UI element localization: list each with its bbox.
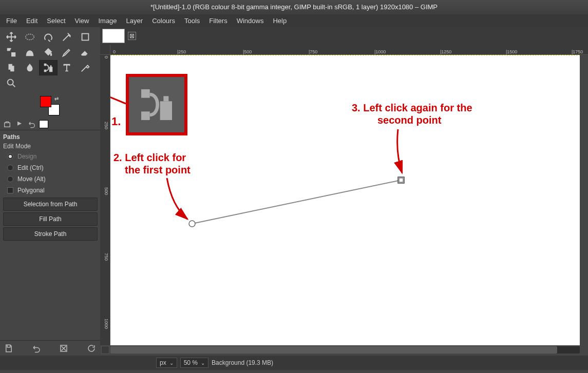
dock-tabs (0, 119, 100, 130)
vertical-ruler[interactable]: 02505007501000 (100, 55, 110, 345)
zoom-selector[interactable]: 50 %⌄ (180, 358, 208, 368)
svg-point-6 (8, 80, 13, 85)
menu-bar: File Edit Select View Image Layer Colour… (0, 14, 588, 27)
delete-options-icon[interactable] (59, 344, 68, 353)
radio-edit[interactable]: Edit (Ctrl) (3, 162, 97, 173)
canvas-area: ⊠ 0|250|500|750|1000|1250|1500|1750 0250… (100, 27, 588, 356)
annotation-arrow-2 (162, 175, 203, 227)
annotation-arrow-3 (393, 127, 413, 178)
annotation-step3-line1: 3. Left click again for the (352, 102, 472, 114)
smudge-tool-icon[interactable] (21, 60, 39, 75)
paths-tool-icon[interactable] (39, 60, 58, 75)
annotation-step1: 1. (111, 115, 121, 128)
quick-nav-icon[interactable] (101, 346, 109, 354)
ellipse-select-tool-icon[interactable] (21, 29, 39, 45)
image-tab-thumbnail[interactable] (102, 29, 125, 43)
menu-colours[interactable]: Colours (148, 15, 179, 26)
annotation-step2-line1: 2. Left click for (113, 152, 186, 164)
device-status-tab-icon[interactable] (14, 120, 25, 129)
svg-rect-2 (44, 64, 47, 66)
stroke-path-button[interactable]: Stroke Path (3, 227, 98, 241)
horizontal-ruler[interactable]: 0|250|500|750|1000|1250|1500|1750 (110, 45, 588, 55)
status-layer-info: Background (19.3 MB) (212, 359, 273, 366)
menu-windows[interactable]: Windows (233, 15, 268, 26)
menu-view[interactable]: View (71, 15, 93, 26)
annotation-tool-highlight (126, 74, 187, 135)
svg-rect-7 (5, 123, 10, 127)
annotation-arrow-1 (110, 75, 131, 106)
status-bar: px⌄ 50 %⌄ Background (19.3 MB) (0, 356, 588, 370)
fg-color-swatch[interactable] (40, 96, 51, 107)
tool-options-title: Paths (3, 132, 97, 142)
check-polygonal[interactable]: Polygonal (3, 185, 97, 196)
menu-edit[interactable]: Edit (22, 15, 42, 26)
svg-rect-11 (141, 89, 150, 98)
color-area: ⇄ (0, 93, 100, 119)
rotate-tool-icon[interactable] (2, 45, 21, 60)
menu-image[interactable]: Image (94, 15, 121, 26)
image-tabs: ⊠ (100, 27, 588, 45)
move-tool-icon[interactable] (2, 29, 21, 45)
menu-layer[interactable]: Layer (122, 15, 147, 26)
horizontal-scrollbar[interactable] (110, 346, 580, 354)
tool-options-panel: Paths Edit Mode Design Edit (Ctrl) Move … (0, 130, 100, 340)
svg-rect-4 (49, 67, 52, 72)
free-select-tool-icon[interactable] (39, 29, 58, 45)
crop-tool-icon[interactable] (76, 29, 94, 45)
swap-colors-icon[interactable]: ⇄ (54, 96, 59, 102)
canvas-viewport[interactable]: 1. 2. Left click for the first point 3. … (110, 55, 580, 345)
svg-rect-13 (160, 101, 172, 120)
menu-file[interactable]: File (2, 15, 21, 26)
restore-options-icon[interactable] (32, 344, 41, 353)
window-title: *[Untitled]-1.0 (RGB colour 8-bit gamma … (0, 0, 588, 14)
radio-move[interactable]: Move (Alt) (3, 173, 97, 185)
text-tool-icon[interactable] (58, 60, 76, 75)
left-panel: ⇄ Paths Edit Mode Design Edit (Ctrl) Mov… (0, 27, 100, 356)
panel-bottom-bar (0, 340, 100, 356)
svg-line-15 (110, 81, 126, 104)
selection-from-path-button[interactable]: Selection from Path (3, 198, 98, 211)
menu-select[interactable]: Select (43, 15, 69, 26)
close-tab-icon[interactable]: ⊠ (128, 32, 136, 40)
zoom-tool-icon[interactable] (2, 75, 21, 91)
svg-rect-3 (44, 70, 47, 72)
warp-tool-icon[interactable] (21, 45, 39, 60)
fuzzy-select-tool-icon[interactable] (58, 29, 76, 45)
bucket-fill-tool-icon[interactable] (39, 45, 58, 60)
tool-options-tab-icon[interactable] (2, 120, 12, 129)
ruler-origin[interactable] (100, 45, 110, 55)
clone-tool-icon[interactable] (2, 60, 21, 75)
svg-rect-14 (163, 96, 168, 101)
paintbrush-tool-icon[interactable] (58, 45, 76, 60)
menu-tools[interactable]: Tools (180, 15, 204, 26)
radio-design[interactable]: Design (3, 151, 97, 162)
annotation-step3-line2: second point (377, 114, 441, 126)
svg-rect-5 (50, 65, 52, 67)
svg-line-9 (192, 180, 401, 224)
svg-point-0 (26, 34, 34, 40)
eraser-tool-icon[interactable] (76, 45, 94, 60)
edit-mode-label: Edit Mode (3, 142, 97, 151)
fill-path-button[interactable]: Fill Path (3, 212, 98, 226)
undo-history-tab-icon[interactable] (27, 120, 37, 129)
images-tab-icon[interactable] (39, 120, 48, 128)
toolbox (0, 27, 100, 93)
color-picker-tool-icon[interactable] (76, 60, 94, 75)
svg-rect-12 (141, 111, 150, 120)
save-options-icon[interactable] (4, 344, 13, 353)
reset-options-icon[interactable] (87, 344, 96, 353)
annotation-step2-line2: the first point (125, 164, 191, 176)
svg-rect-1 (82, 34, 89, 41)
menu-help[interactable]: Help (269, 15, 291, 26)
menu-filters[interactable]: Filters (205, 15, 231, 26)
canvas[interactable]: 1. 2. Left click for the first point 3. … (110, 55, 580, 345)
unit-selector[interactable]: px⌄ (156, 358, 177, 368)
